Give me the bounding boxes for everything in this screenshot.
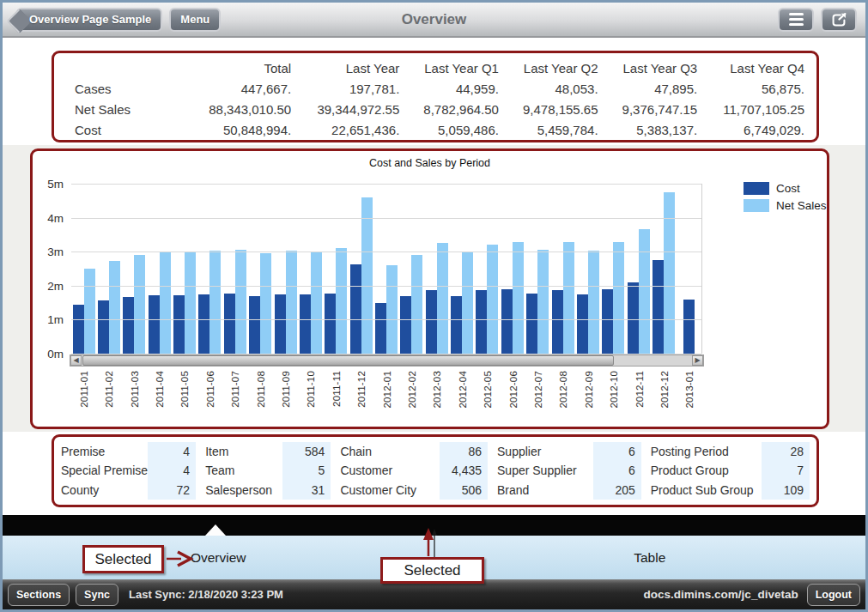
x-tick-label: 2012-03 [425, 371, 450, 417]
stat-label: Super Supplier [497, 461, 593, 480]
hamburger-menu-button[interactable] [778, 8, 814, 32]
stat-group: Premise4Special Premise4County72 [61, 442, 196, 500]
stat-value: 4 [148, 442, 196, 461]
x-tick-label: 2012-01 [374, 371, 399, 417]
stat-label: Salesperson [205, 481, 282, 500]
x-tick-text: 2011-01 [79, 371, 89, 408]
bar-cost [300, 294, 311, 354]
annotation-selected-dot: Selected [380, 557, 484, 584]
bar-group [500, 184, 525, 354]
bar-cost [224, 294, 235, 354]
back-button[interactable]: Overview Page Sample [16, 8, 162, 32]
x-tick-label: 2012-07 [525, 371, 550, 417]
bar-cost [628, 282, 639, 354]
x-tick-label: 2011-08 [248, 371, 273, 417]
share-export-button[interactable] [821, 8, 857, 32]
stat-label: Product Group [651, 461, 762, 480]
chart-scrollbar[interactable]: ◀ ▶ [70, 354, 704, 367]
sync-button[interactable]: Sync [76, 584, 118, 606]
summary-value-cell: 48,053. [501, 78, 600, 99]
stat-item: Posting Period28 [651, 442, 810, 461]
gridline [71, 319, 701, 320]
x-tick-label: 2011-05 [173, 371, 197, 417]
stat-value: 205 [593, 481, 641, 500]
bar-group [122, 184, 147, 354]
x-tick-text: 2012-07 [533, 371, 543, 409]
server-url-text: docs.dimins.com/jc_divetab [644, 588, 798, 601]
bar-group [96, 184, 121, 354]
bar-group [601, 184, 626, 354]
stat-value: 72 [148, 481, 196, 500]
bar-net-sales [588, 251, 599, 354]
x-tick-label: 2011-10 [299, 371, 324, 417]
stat-item: County72 [61, 481, 196, 500]
y-tick-label: 3m [47, 245, 64, 258]
bar-cost [653, 260, 664, 354]
chart-title: Cost and Sales by Period [33, 157, 827, 169]
summary-header-cell: Last Year Q2 [501, 58, 600, 78]
bar-net-sales [437, 243, 448, 354]
stat-label: Product Sub Group [651, 481, 762, 500]
gridline [71, 184, 701, 185]
bar-cost [325, 294, 336, 354]
x-tick-label: 2012-06 [501, 371, 525, 417]
x-tick-label: 2011-02 [96, 371, 121, 417]
scrollbar-right-arrow-icon[interactable]: ▶ [692, 355, 703, 366]
last-sync-text: Last Sync: 2/18/2020 3:23 PM [129, 588, 283, 601]
stat-label: Supplier [497, 442, 593, 461]
logout-button[interactable]: Logout [807, 584, 860, 606]
summary-table: TotalLast YearLast Year Q1Last Year Q2La… [64, 58, 806, 140]
bar-cost [249, 296, 260, 354]
x-tick-label: 2012-08 [551, 371, 576, 417]
gridline [71, 218, 701, 219]
summary-value-cell: 88,343,010.50 [185, 99, 293, 119]
bar-net-sales [160, 252, 171, 354]
menu-button[interactable]: Menu [169, 8, 221, 32]
summary-value-cell: 5,059,486. [401, 119, 501, 140]
sections-button[interactable]: Sections [8, 584, 70, 606]
y-tick-label: 1m [47, 313, 64, 326]
bar-net-sales [563, 242, 574, 354]
x-tick-text: 2012-01 [382, 371, 392, 409]
stat-label: Chain [340, 442, 440, 461]
x-axis-labels: 2011-012011-022011-032011-042011-052011-… [71, 371, 702, 417]
x-tick-text: 2012-04 [458, 371, 468, 409]
bar-group [298, 184, 323, 354]
stat-value: 7 [762, 461, 810, 480]
bar-net-sales [286, 251, 297, 354]
summary-header-cell: Last Year Q3 [600, 58, 700, 78]
bar-cost [350, 264, 361, 354]
summary-row-label: Cost [64, 119, 185, 140]
summary-value-cell: 447,667. [185, 78, 293, 99]
bar-cost [400, 296, 411, 354]
bar-net-sales [109, 261, 120, 354]
chart-plot [71, 184, 702, 354]
bar-cost [451, 296, 462, 354]
stat-value: 506 [440, 481, 488, 500]
stat-item: Team5 [205, 461, 331, 480]
bar-cost [173, 295, 185, 354]
summary-header-cell [64, 58, 185, 78]
x-tick-text: 2011-07 [230, 371, 240, 408]
summary-value-cell: 6,749,029. [699, 119, 806, 140]
stat-item: Item584 [205, 442, 331, 461]
scrollbar-left-arrow-icon[interactable]: ◀ [70, 355, 82, 366]
tab-overview[interactable]: Overview [3, 536, 434, 579]
bar-group [424, 184, 449, 354]
bar-net-sales [664, 192, 675, 354]
x-tick-label: 2011-06 [197, 371, 222, 417]
scrollbar-thumb[interactable] [82, 355, 614, 366]
bar-cost [375, 303, 386, 354]
stat-item: Super Supplier6 [497, 461, 641, 480]
hamburger-menu-icon [789, 13, 804, 26]
summary-value-cell: 5,383,137. [600, 119, 700, 140]
bar-net-sales [462, 251, 473, 354]
bar-group [273, 184, 298, 354]
bar-group [197, 184, 222, 354]
x-tick-text: 2012-09 [584, 371, 594, 409]
bar-cost [98, 300, 109, 354]
tab-table[interactable]: Table [434, 536, 866, 579]
summary-value-cell: 197,781. [293, 78, 401, 99]
x-tick-label: 2011-04 [147, 371, 172, 417]
x-tick-text: 2012-11 [634, 371, 645, 408]
